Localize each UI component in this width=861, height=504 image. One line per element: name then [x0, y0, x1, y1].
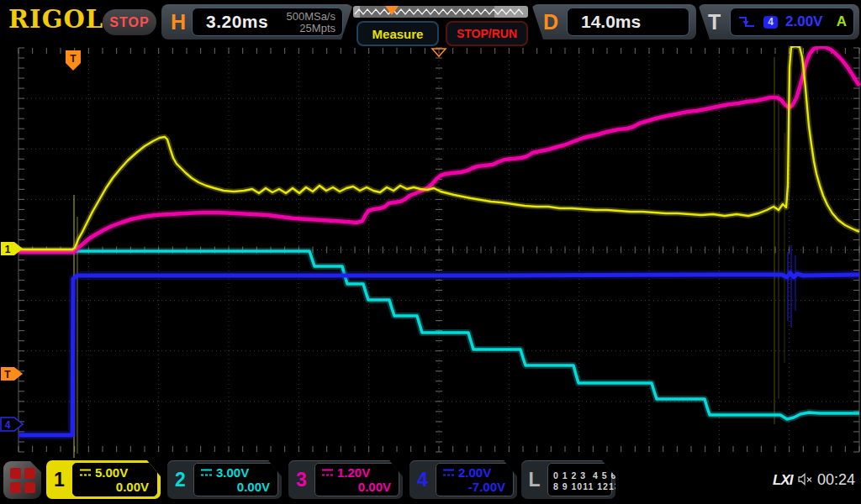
channel-4-offset: -7.00V	[468, 480, 505, 494]
delay-panel[interactable]: D 14.0ms	[531, 4, 696, 39]
channel-1-number: 1	[46, 460, 72, 499]
dc-coupling-icon	[321, 468, 334, 477]
ch4-trace	[18, 273, 859, 435]
trigger-level-value: 2.00V	[785, 13, 822, 30]
horizontal-panel[interactable]: H 3.20ms 500MSa/s 25Mpts	[161, 4, 353, 39]
speaker-muted-icon[interactable]	[798, 473, 814, 486]
menu-grid-icon	[10, 468, 21, 479]
logic-label: L	[521, 460, 547, 499]
channel-3-offset: 0.00V	[358, 480, 391, 494]
trigger-inner: 4 2.00V A	[730, 8, 854, 36]
channel-4-number: 4	[409, 460, 436, 499]
delay-value: 14.0ms	[581, 12, 641, 32]
channel-2-number: 2	[167, 460, 193, 499]
svg-text:1: 1	[5, 244, 11, 255]
memory-depth: 25Mpts	[286, 23, 335, 34]
trigger-panel[interactable]: T 4 2.00V A	[698, 4, 859, 39]
memory-position-bar[interactable]	[353, 6, 528, 18]
channel-2-scale: 3.00V	[216, 465, 249, 480]
channel-4-scale: 2.00V	[458, 465, 491, 480]
channel-2-offset: 0.00V	[237, 480, 270, 494]
channel-3-box[interactable]: 3 1.20V 0.00V	[288, 460, 403, 499]
logic-row-1: 0 1 2 3 4 5 6 7	[553, 470, 643, 481]
lxi-logo: LXI	[773, 472, 792, 489]
channel-1-scale: 5.00V	[95, 465, 128, 480]
quick-menu-button[interactable]	[3, 461, 41, 499]
stop-run-button[interactable]: STOP/RUN	[446, 21, 528, 46]
ch4-offset-marker[interactable]: 4	[1, 417, 23, 431]
sample-rate: 500MSa/s	[286, 11, 335, 23]
channel-3-scale: 1.20V	[337, 465, 370, 480]
t-label: T	[708, 4, 721, 39]
svg-text:4: 4	[5, 419, 11, 431]
d-label: D	[543, 4, 558, 39]
timebase-value: 3.20ms	[206, 12, 268, 32]
ch4-trace-glow	[18, 273, 859, 435]
waveform-display: 1T4T	[0, 46, 861, 458]
clock: 00:24	[817, 471, 855, 489]
run-state-badge: STOP	[103, 9, 156, 35]
top-bar: RIGOL STOP H 3.20ms 500MSa/s 25Mpts Meas…	[0, 0, 861, 46]
trigger-source-badge: 4	[763, 16, 778, 29]
logic-channels-box[interactable]: L 0 1 2 3 4 5 6 7 8 9 1011 12131415	[521, 460, 615, 499]
dc-coupling-icon	[200, 468, 213, 477]
bottom-bar: 1 5.00V 0.00V 2 3.00V 0.00V	[0, 458, 861, 504]
horizontal-inner: 3.20ms 500MSa/s 25Mpts	[192, 8, 343, 36]
channel-1-box[interactable]: 1 5.00V 0.00V	[46, 460, 161, 499]
falling-edge-icon	[737, 15, 756, 29]
channel-2-box[interactable]: 2 3.00V 0.00V	[167, 460, 282, 499]
trigger-mode: A	[837, 13, 847, 30]
h-label: H	[171, 4, 186, 39]
memory-trigger-pointer	[385, 6, 399, 15]
rigol-logo: RIGOL	[8, 5, 103, 34]
acquisition-info: 500MSa/s 25Mpts	[286, 11, 335, 34]
measure-button[interactable]: Measure	[357, 21, 439, 46]
dc-coupling-icon	[442, 468, 455, 477]
delay-inner: 14.0ms	[567, 8, 689, 36]
channel-4-box[interactable]: 4 2.00V -7.00V	[409, 460, 517, 499]
svg-text:T: T	[70, 53, 77, 65]
svg-text:T: T	[4, 369, 11, 381]
channel-3-number: 3	[288, 460, 314, 499]
trigger-level-marker[interactable]: T	[1, 367, 23, 381]
channel-1-offset: 0.00V	[116, 480, 149, 494]
logic-row-2: 8 9 1011 12131415	[553, 481, 643, 492]
trigger-position-flag[interactable]: T	[66, 50, 81, 71]
memory-waveform-strip	[353, 6, 528, 18]
dc-coupling-icon	[79, 468, 92, 477]
